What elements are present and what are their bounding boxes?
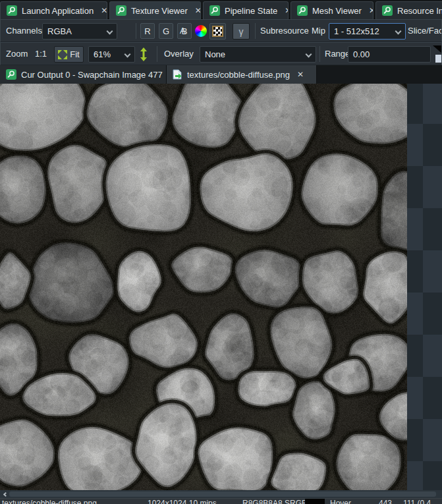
- status-format: R8G8B8A8 SRGB: [242, 499, 307, 504]
- one-to-one-button[interactable]: 1:1: [35, 49, 47, 59]
- status-hover-x: 443: [379, 499, 392, 504]
- mip-value: 1 - 512x512: [334, 26, 379, 36]
- chevron-down-icon: [107, 28, 113, 35]
- alpha-channel-button[interactable]: A: [180, 26, 186, 36]
- tab-resource-inspector[interactable]: Resource Insp: [375, 1, 442, 19]
- chevron-down-icon: [395, 28, 402, 35]
- tab-label: Launch Application: [22, 6, 94, 16]
- status-hover-label: Hover: [330, 499, 351, 504]
- tab-label: Resource Insp: [397, 6, 442, 16]
- scrollbar-left-button[interactable]: [2, 491, 9, 497]
- range-label: Range: [325, 49, 350, 59]
- texture-viewport: [0, 84, 442, 490]
- mip-dropdown[interactable]: 1 - 512x512: [329, 23, 406, 40]
- slice-label: Slice/Fac: [408, 26, 442, 36]
- scrollbar-thumb[interactable]: [9, 491, 436, 497]
- checkerboard-icon: [212, 26, 223, 37]
- tab-mesh-viewer[interactable]: Mesh Viewer ✕: [290, 1, 373, 19]
- channels-dropdown[interactable]: RGBA: [42, 23, 117, 40]
- zoom-toolbar: Zoom 1:1 Fit 61% Overlay None Range: [0, 42, 442, 65]
- tab-current-output[interactable]: Cur Output 0 - Swapchain Image 477: [0, 65, 167, 84]
- tab-texture-viewer[interactable]: Texture Viewer ✕: [109, 1, 201, 19]
- close-icon[interactable]: ✕: [369, 6, 373, 15]
- gamma-button[interactable]: γ: [233, 23, 250, 40]
- renderdoc-logo-icon: [7, 5, 17, 16]
- status-file: textures/cobble-diffuse.png: [2, 499, 97, 504]
- fit-label: Fit: [70, 49, 79, 59]
- range-value: 0.00: [353, 49, 370, 59]
- tab-label: Pipeline State: [225, 6, 277, 16]
- close-icon[interactable]: ✕: [297, 70, 304, 79]
- channels-toolbar: Channels RGBA R G B A γ Subresource Mip …: [0, 19, 442, 42]
- subresource-label: Subresource: [260, 26, 309, 36]
- mip-label: Mip: [312, 26, 325, 36]
- zoom-label: Zoom: [6, 49, 28, 59]
- texture-tab-bar: Cur Output 0 - Swapchain Image 477 textu…: [0, 65, 442, 84]
- separator: [319, 46, 320, 62]
- chevron-left-icon: [3, 491, 7, 496]
- range-input[interactable]: 0.00: [348, 46, 431, 63]
- tab-label: textures/cobble-diffuse.png: [187, 70, 290, 80]
- fit-expand-icon: [58, 50, 67, 59]
- tab-label: Mesh Viewer: [312, 6, 362, 16]
- green-channel-button[interactable]: G: [159, 23, 173, 39]
- status-bar: textures/cobble-diffuse.png 1024x1024 10…: [0, 498, 442, 504]
- file-image-icon: [173, 69, 182, 80]
- close-icon[interactable]: ✕: [195, 6, 201, 15]
- channels-value: RGBA: [47, 26, 72, 36]
- texture-viewer-window: Launch Application ✕ Texture Viewer ✕ Pi…: [0, 0, 442, 504]
- close-icon[interactable]: ✕: [285, 6, 289, 15]
- separator: [157, 46, 157, 62]
- overlay-label: Overlay: [164, 49, 194, 59]
- fit-button[interactable]: Fit: [54, 46, 84, 63]
- horizontal-scrollbar[interactable]: [0, 490, 442, 498]
- renderdoc-logo-icon: [209, 5, 220, 16]
- flip-y-icon[interactable]: [138, 47, 149, 61]
- tab-cobble-diffuse[interactable]: textures/cobble-diffuse.png ✕: [167, 65, 317, 84]
- zoom-value: 61%: [94, 49, 111, 59]
- tab-launch-application[interactable]: Launch Application ✕: [0, 1, 107, 19]
- zoom-level-dropdown[interactable]: 61%: [88, 46, 135, 63]
- separator: [136, 23, 136, 39]
- tab-label: Cur Output 0 - Swapchain Image 477: [21, 70, 163, 80]
- renderdoc-logo-icon: [297, 5, 308, 16]
- separator: [255, 23, 256, 39]
- status-dimensions: 1024x1024 10 mips: [148, 499, 217, 504]
- red-channel-button[interactable]: R: [140, 23, 155, 39]
- range-slider-whitepoint[interactable]: [435, 55, 442, 63]
- overlay-dropdown[interactable]: None: [200, 46, 316, 63]
- tab-pipeline-state[interactable]: Pipeline State ✕: [203, 1, 289, 19]
- chevron-down-icon: [306, 51, 312, 58]
- color-wheel-icon[interactable]: [195, 25, 207, 37]
- renderdoc-logo-icon: [116, 5, 126, 16]
- close-icon[interactable]: ✕: [101, 6, 107, 15]
- texture-empty-background: [407, 84, 442, 490]
- renderdoc-logo-icon: [6, 69, 16, 80]
- hover-color-swatch: [305, 499, 325, 504]
- range-slider-handle[interactable]: [433, 45, 442, 54]
- window-tab-bar: Launch Application ✕ Texture Viewer ✕ Pi…: [0, 0, 442, 19]
- renderdoc-logo-icon: [382, 5, 393, 16]
- channels-label: Channels: [6, 26, 42, 36]
- checkerboard-background-button[interactable]: [209, 23, 226, 40]
- tab-label: Texture Viewer: [131, 6, 188, 16]
- overlay-value: None: [205, 49, 225, 59]
- chevron-down-icon: [124, 51, 131, 58]
- texture-image[interactable]: [0, 84, 407, 490]
- status-hover-y: 111 (0.4: [403, 499, 431, 504]
